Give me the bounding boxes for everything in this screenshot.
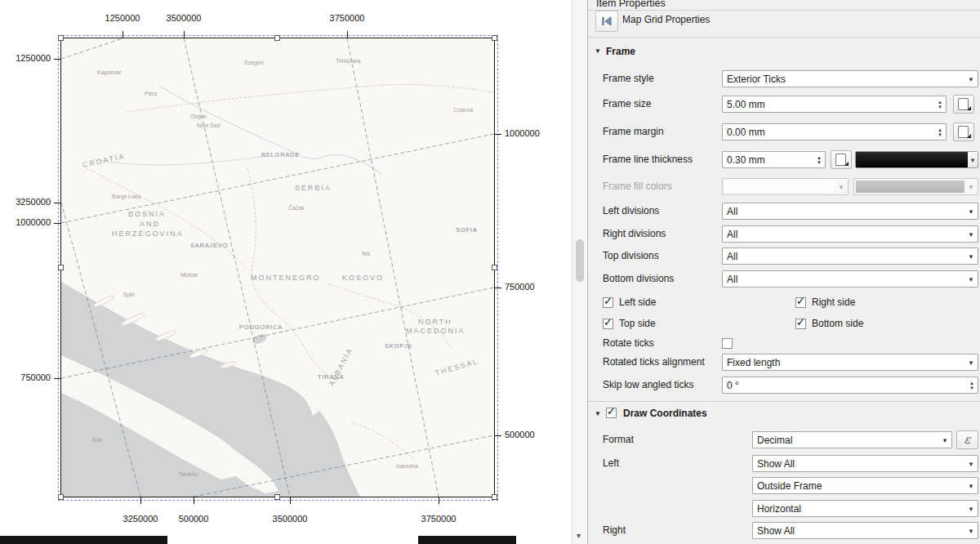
color-swatch-gray: [856, 181, 964, 193]
grid-coordinate-label: 3250000: [0, 197, 51, 207]
qgis-layout-window: CROATIABOSNIAANDHERZEGOVINASERBIAMONTENE…: [0, 0, 980, 544]
rotate-ticks-label: Rotate ticks: [603, 335, 654, 352]
selection-handle[interactable]: [58, 494, 64, 500]
right-coordinates-value: Show All: [753, 525, 964, 537]
bottom-divisions-select[interactable]: All ▾: [722, 270, 978, 288]
right-divisions-select[interactable]: All ▾: [722, 225, 978, 243]
bottom-bar: [0, 536, 167, 544]
grid-coordinate-label: 500000: [179, 514, 209, 524]
chevron-down-icon: ▾: [964, 482, 978, 490]
frame-line-thickness-override-button[interactable]: [831, 150, 852, 169]
layout-canvas[interactable]: CROATIABOSNIAANDHERZEGOVINASERBIAMONTENE…: [0, 0, 572, 544]
grid-coordinate-label: 3250000: [123, 514, 158, 524]
color-swatch-white: [724, 181, 835, 193]
chevron-down-icon: ▾: [964, 275, 978, 283]
left-orientation-select[interactable]: Horizontal ▾: [752, 500, 978, 517]
frame-size-spinner[interactable]: 5.00 mm ▴▾: [722, 96, 947, 113]
spinner-arrows-icon[interactable]: ▴▾: [813, 155, 825, 165]
grid-tick: [347, 31, 348, 38]
chevron-down-icon: ▾: [964, 230, 978, 239]
spinner-arrows-icon[interactable]: ▴▾: [934, 100, 946, 109]
right-coordinates-label: Right: [603, 522, 626, 539]
left-coordinates-select[interactable]: Show All ▾: [752, 455, 978, 472]
frame-margin-value: 0.00 mm: [723, 127, 934, 138]
bottom-side-label: Bottom side: [812, 315, 863, 332]
scrollbar-down-arrow-icon[interactable]: ▾: [577, 532, 581, 540]
skip-low-angled-ticks-spinner[interactable]: 0 ° ▴▾: [722, 377, 978, 394]
frame-style-select[interactable]: Exterior Ticks ▾: [722, 70, 978, 87]
collapse-arrow-icon[interactable]: ▼: [595, 47, 601, 56]
selection-handle[interactable]: [274, 494, 280, 500]
left-placement-select[interactable]: Outside Frame ▾: [752, 477, 978, 494]
left-orientation-value: Horizontal: [753, 503, 964, 515]
left-divisions-value: All: [723, 206, 964, 217]
grid-tick: [495, 435, 501, 436]
bottom-divisions-label: Bottom divisions: [603, 270, 674, 288]
frame-margin-override-button[interactable]: [953, 123, 974, 141]
rotated-ticks-alignment-select[interactable]: Fixed length ▾: [722, 354, 978, 371]
top-divisions-select[interactable]: All ▾: [722, 247, 978, 265]
selection-handle[interactable]: [492, 494, 497, 500]
right-coordinates-select[interactable]: Show All ▾: [752, 522, 978, 539]
grid-tick: [495, 288, 501, 288]
grid-coordinate-label: 3500000: [273, 514, 308, 524]
format-select[interactable]: Decimal ▾: [752, 431, 952, 448]
grid-tick: [54, 378, 60, 379]
draw-coordinates-checkbox[interactable]: ✓: [606, 408, 617, 418]
chevron-down-icon: ▾: [964, 460, 978, 468]
map-item[interactable]: CROATIABOSNIAANDHERZEGOVINASERBIAMONTENE…: [60, 38, 495, 497]
right-side-checkbox[interactable]: ✓: [795, 297, 806, 308]
frame-fill-colors-label: Frame fill colors: [603, 178, 672, 195]
frame-margin-spinner[interactable]: 0.00 mm ▴▾: [722, 123, 947, 140]
grid-coordinate-label: 750000: [0, 372, 51, 382]
grid-coordinate-label: 3750000: [330, 13, 365, 23]
spinner-arrows-icon[interactable]: ▴▾: [934, 127, 946, 137]
frame-fill-color1-select: ▾: [722, 178, 849, 195]
frame-line-thickness-spinner[interactable]: 0.30 mm ▴▾: [722, 151, 826, 168]
chevron-down-icon: ▾: [964, 75, 978, 83]
back-button[interactable]: [595, 11, 618, 32]
selection-handle[interactable]: [58, 265, 64, 270]
frame-section-title[interactable]: Frame: [606, 43, 635, 60]
divider: [588, 37, 980, 38]
item-properties-panel: Item Properties Map Grid Properties ▼ Fr…: [587, 0, 980, 544]
grid-tick: [290, 497, 291, 504]
format-label: Format: [603, 431, 634, 448]
top-side-checkbox[interactable]: ✓: [603, 319, 613, 329]
frame-line-thickness-value: 0.30 mm: [723, 154, 813, 166]
rotate-ticks-checkbox[interactable]: ✓: [722, 338, 733, 349]
left-side-checkbox[interactable]: ✓: [603, 297, 613, 308]
grid-coordinate-label: 1000000: [505, 128, 540, 138]
collapse-arrow-icon[interactable]: ▼: [595, 410, 601, 418]
grid-coordinate-label: 1250000: [0, 53, 51, 63]
frame-line-color-button[interactable]: ▾: [855, 151, 978, 168]
grid-tick: [122, 31, 123, 38]
left-divisions-select[interactable]: All ▾: [722, 203, 978, 220]
expression-builder-button[interactable]: ε: [956, 430, 978, 449]
left-coordinates-label: Left: [603, 455, 619, 472]
left-side-label: Left side: [619, 294, 656, 311]
spinner-arrows-icon[interactable]: ▴▾: [966, 381, 978, 390]
grid-tick: [439, 497, 439, 504]
chevron-down-icon: ▾: [964, 183, 978, 191]
vertical-scrollbar[interactable]: ▾: [572, 0, 587, 544]
bottom-side-checkbox[interactable]: ✓: [795, 319, 806, 329]
selection-handle[interactable]: [492, 265, 497, 270]
selection-handle[interactable]: [58, 35, 64, 41]
frame-style-value: Exterior Ticks: [723, 74, 964, 85]
grid-coordinate-label: 1250000: [105, 13, 140, 23]
selection-handle[interactable]: [492, 35, 497, 41]
frame-fill-color2-select: ▾: [853, 178, 978, 195]
grid-tick: [54, 59, 60, 60]
frame-size-override-button[interactable]: [953, 95, 974, 114]
color-swatch-black: [856, 152, 968, 167]
scrollbar-thumb[interactable]: [576, 239, 584, 282]
bottom-bar: [418, 536, 516, 544]
chevron-down-icon: ▾: [964, 359, 978, 367]
top-divisions-label: Top divisions: [603, 247, 659, 265]
grid-tick: [54, 203, 60, 203]
skip-low-angled-ticks-label: Skip low angled ticks: [603, 377, 693, 394]
grid-tick: [54, 223, 60, 224]
selection-handle[interactable]: [274, 35, 280, 41]
draw-coordinates-section-title[interactable]: Draw Coordinates: [623, 405, 707, 422]
